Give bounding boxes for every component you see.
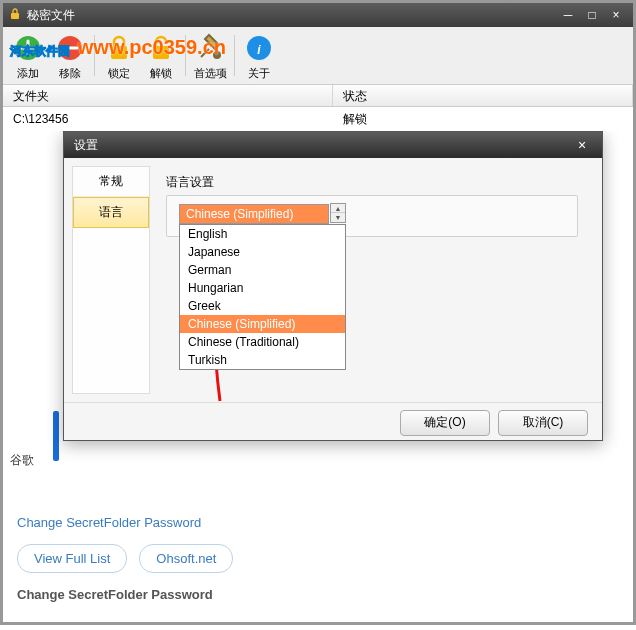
settings-dialog: 设置 × 常规 语言 语言设置	[63, 131, 603, 441]
cancel-button[interactable]: 取消(C)	[498, 410, 588, 436]
toolbar-separator	[185, 35, 186, 76]
dialog-overlay: 设置 × 常规 语言 语言设置	[3, 131, 633, 501]
svg-point-5	[213, 51, 221, 59]
dialog-title: 设置	[74, 137, 572, 154]
dialog-footer: 确定(O) 取消(C)	[64, 402, 602, 442]
window-title: 秘密文件	[27, 7, 555, 24]
lock-closed-icon	[103, 32, 135, 64]
remove-label: 移除	[59, 66, 81, 81]
about-label: 关于	[248, 66, 270, 81]
ok-button[interactable]: 确定(O)	[400, 410, 490, 436]
change-password-link[interactable]: Change SecretFolder Password	[17, 515, 619, 530]
language-option[interactable]: Turkish	[180, 351, 345, 369]
cell-folder: C:\123456	[3, 109, 333, 129]
remove-icon	[54, 32, 86, 64]
about-button[interactable]: i 关于	[238, 29, 280, 83]
toolbar-separator	[94, 35, 95, 76]
table-header: 文件夹 状态	[3, 85, 633, 107]
lock-label: 锁定	[108, 66, 130, 81]
unlock-button[interactable]: 解锁	[140, 29, 182, 83]
language-select[interactable]: Chinese (Simplified)	[179, 204, 329, 224]
tab-language[interactable]: 语言	[73, 197, 149, 228]
lock-icon	[9, 8, 21, 23]
language-fieldset: Chinese (Simplified) ▲ ▼ EnglishJapanese…	[166, 195, 578, 237]
preferences-label: 首选项	[194, 66, 227, 81]
language-section-label: 语言设置	[166, 174, 578, 191]
maximize-button[interactable]: □	[581, 6, 603, 24]
select-spinners: ▲ ▼	[330, 203, 346, 223]
view-full-list-button[interactable]: View Full List	[17, 544, 127, 573]
minimize-button[interactable]: ─	[557, 6, 579, 24]
dialog-body: 常规 语言 语言设置 Chinese (Simplified)	[64, 158, 602, 402]
change-password-heading: Change SecretFolder Password	[17, 587, 619, 602]
main-window: 秘密文件 ─ □ × 河东软件园 www.pc0359.cn 添加 移除	[3, 3, 633, 608]
language-option[interactable]: English	[180, 225, 345, 243]
content-area: 设置 × 常规 语言 语言设置	[3, 131, 633, 501]
svg-rect-4	[153, 46, 169, 59]
language-option[interactable]: Chinese (Simplified)	[180, 315, 345, 333]
remove-button[interactable]: 移除	[49, 29, 91, 83]
language-option[interactable]: Japanese	[180, 243, 345, 261]
spinner-down[interactable]: ▼	[331, 213, 345, 222]
toolbar-separator	[234, 35, 235, 76]
footer-section: Change SecretFolder Password View Full L…	[3, 501, 633, 608]
preferences-button[interactable]: 首选项	[189, 29, 231, 83]
toolbar: 添加 移除 锁定 解锁	[3, 27, 633, 85]
svg-rect-3	[111, 46, 127, 59]
tab-content: 语言设置 Chinese (Simplified) ▲ ▼ EnglishJap…	[150, 166, 594, 394]
outer-frame: 秘密文件 ─ □ × 河东软件园 www.pc0359.cn 添加 移除	[0, 0, 636, 625]
spinner-up[interactable]: ▲	[331, 204, 345, 213]
dialog-close-button[interactable]: ×	[572, 135, 592, 155]
add-label: 添加	[17, 66, 39, 81]
language-option[interactable]: Chinese (Traditional)	[180, 333, 345, 351]
dialog-titlebar: 设置 ×	[64, 132, 602, 158]
lock-button[interactable]: 锁定	[98, 29, 140, 83]
titlebar: 秘密文件 ─ □ ×	[3, 3, 633, 27]
cell-status: 解锁	[333, 108, 633, 131]
add-icon	[12, 32, 44, 64]
table-row[interactable]: C:\123456 解锁	[3, 107, 633, 131]
ohsoft-button[interactable]: Ohsoft.net	[139, 544, 233, 573]
add-button[interactable]: 添加	[7, 29, 49, 83]
language-option[interactable]: German	[180, 261, 345, 279]
svg-rect-0	[11, 13, 19, 19]
tools-icon	[194, 32, 226, 64]
info-icon: i	[243, 32, 275, 64]
language-option[interactable]: Hungarian	[180, 279, 345, 297]
partial-text: 谷歌	[10, 452, 34, 469]
language-dropdown: EnglishJapaneseGermanHungarianGreekChine…	[179, 224, 346, 370]
language-option[interactable]: Greek	[180, 297, 345, 315]
tab-general[interactable]: 常规	[73, 167, 149, 197]
col-folder[interactable]: 文件夹	[3, 85, 333, 106]
close-button[interactable]: ×	[605, 6, 627, 24]
col-status[interactable]: 状态	[333, 85, 633, 106]
tab-list: 常规 语言	[72, 166, 150, 394]
unlock-label: 解锁	[150, 66, 172, 81]
lock-open-icon	[145, 32, 177, 64]
